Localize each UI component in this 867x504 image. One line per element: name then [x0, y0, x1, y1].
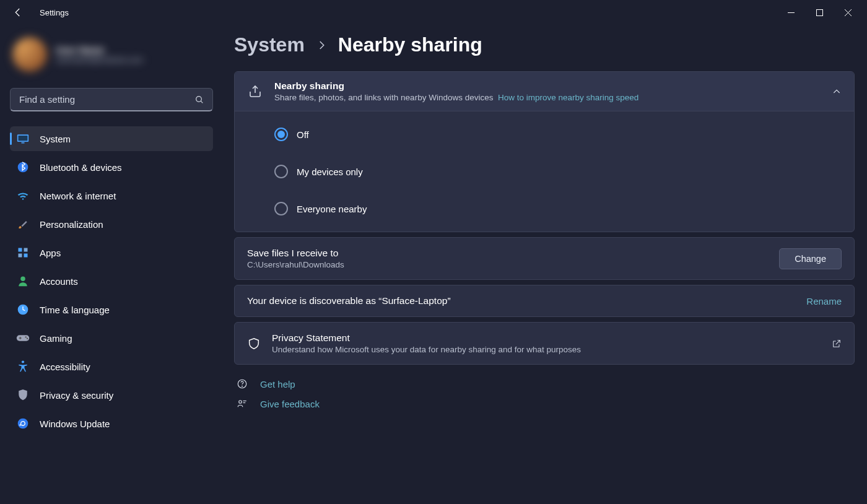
- minimize-button[interactable]: [777, 2, 805, 23]
- sidebar-item-bluetooth-devices[interactable]: Bluetooth & devices: [10, 155, 213, 180]
- rename-link[interactable]: Rename: [806, 296, 842, 306]
- window-title: Settings: [40, 8, 69, 17]
- privacy-subtitle: Understand how Microsoft uses your data …: [272, 345, 821, 354]
- sidebar-item-accessibility[interactable]: Accessibility: [10, 354, 213, 379]
- display-icon: [16, 132, 30, 146]
- save-location-row: Save files I receive to C:\Users\rahul\D…: [234, 237, 855, 280]
- privacy-title: Privacy Statement: [272, 332, 821, 344]
- radio-my-devices-only[interactable]: My devices only: [274, 165, 848, 178]
- sidebar-item-label: System: [40, 134, 71, 144]
- nearby-sharing-subtitle: Share files, photos, and links with near…: [274, 93, 821, 102]
- sidebar-item-time-language[interactable]: Time & language: [10, 297, 213, 322]
- sidebar-item-windows-update[interactable]: Windows Update: [10, 411, 213, 436]
- sidebar: User Name username@outlook.com SystemBlu…: [0, 25, 223, 504]
- window-controls: [777, 2, 862, 23]
- sidebar-item-gaming[interactable]: Gaming: [10, 326, 213, 350]
- svg-point-23: [239, 401, 242, 404]
- save-location-title: Save files I receive to: [247, 248, 768, 259]
- breadcrumb-root[interactable]: System: [234, 33, 305, 56]
- svg-point-19: [22, 360, 24, 363]
- svg-rect-11: [24, 248, 28, 252]
- discoverable-row: Your device is discoverable as “Surface-…: [234, 285, 855, 317]
- improve-speed-link[interactable]: How to improve nearby sharing speed: [498, 93, 638, 102]
- share-icon: [247, 84, 263, 100]
- nearby-sharing-subtitle-text: Share files, photos, and links with near…: [274, 93, 493, 102]
- wifi-icon: [16, 189, 30, 202]
- profile-email: username@outlook.com: [56, 55, 143, 64]
- sidebar-item-privacy-security[interactable]: Privacy & security: [10, 383, 213, 407]
- page-title: Nearby sharing: [338, 33, 482, 56]
- support-links: Get help Give feedback: [234, 378, 855, 409]
- svg-rect-7: [19, 136, 28, 141]
- svg-point-14: [20, 277, 25, 282]
- radio-off[interactable]: Off: [274, 128, 848, 141]
- svg-point-18: [27, 338, 28, 339]
- sidebar-item-label: Bluetooth & devices: [40, 162, 122, 173]
- discoverable-text: Your device is discoverable as “Surface-…: [247, 295, 795, 306]
- sidebar-item-label: Network & internet: [40, 191, 116, 201]
- svg-rect-13: [24, 254, 28, 258]
- accessibility-icon: [16, 360, 30, 373]
- sidebar-item-label: Gaming: [40, 333, 72, 344]
- clock-icon: [16, 303, 30, 316]
- avatar: [12, 37, 47, 72]
- feedback-icon: [235, 398, 249, 409]
- nearby-sharing-title: Nearby sharing: [274, 80, 821, 92]
- radio-everyone-nearby[interactable]: Everyone nearby: [274, 202, 848, 215]
- radio-circle-icon: [274, 202, 288, 215]
- shield-icon: [16, 388, 30, 402]
- shield-icon: [247, 337, 261, 350]
- sidebar-item-label: Windows Update: [40, 419, 110, 429]
- update-icon: [16, 417, 30, 430]
- radio-label: My devices only: [297, 167, 363, 177]
- chevron-right-icon: [316, 40, 327, 51]
- change-button[interactable]: Change: [779, 248, 842, 269]
- radio-label: Off: [297, 129, 309, 140]
- svg-rect-10: [19, 248, 22, 252]
- svg-point-22: [242, 386, 243, 386]
- person-icon: [16, 274, 30, 288]
- sidebar-item-label: Privacy & security: [40, 390, 113, 401]
- give-feedback-label: Give feedback: [260, 399, 320, 409]
- sidebar-item-personalization[interactable]: Personalization: [10, 212, 213, 237]
- sidebar-item-label: Accounts: [40, 276, 78, 287]
- chevron-up-icon: [832, 87, 842, 97]
- search-input[interactable]: [10, 88, 213, 111]
- save-location-path: C:\Users\rahul\Downloads: [247, 260, 768, 269]
- radio-circle-icon: [274, 128, 288, 141]
- content: System Nearby sharing Nearby sharing Sha…: [223, 25, 867, 504]
- back-button[interactable]: [12, 7, 30, 18]
- sidebar-item-apps[interactable]: Apps: [10, 240, 213, 265]
- sidebar-item-label: Time & language: [40, 305, 110, 315]
- sidebar-item-label: Apps: [40, 248, 61, 258]
- profile-section[interactable]: User Name username@outlook.com: [10, 32, 213, 88]
- nav-list: SystemBluetooth & devicesNetwork & inter…: [10, 126, 213, 436]
- svg-rect-8: [22, 142, 25, 144]
- nearby-sharing-card: Nearby sharing Share files, photos, and …: [234, 71, 855, 232]
- sidebar-item-system[interactable]: System: [10, 126, 213, 151]
- nearby-sharing-header[interactable]: Nearby sharing Share files, photos, and …: [235, 72, 854, 111]
- radio-circle-icon: [274, 165, 288, 178]
- sidebar-item-network-internet[interactable]: Network & internet: [10, 183, 213, 208]
- svg-point-17: [25, 336, 27, 337]
- help-icon: [235, 378, 249, 389]
- breadcrumb: System Nearby sharing: [234, 33, 855, 56]
- sidebar-item-label: Personalization: [40, 219, 103, 230]
- privacy-statement-row[interactable]: Privacy Statement Understand how Microso…: [234, 322, 855, 365]
- gamepad-icon: [16, 331, 30, 345]
- profile-name: User Name: [56, 45, 143, 55]
- close-button[interactable]: [834, 2, 862, 23]
- bluetooth-icon: [16, 160, 30, 174]
- get-help-link[interactable]: Get help: [235, 378, 855, 389]
- paintbrush-icon: [16, 217, 30, 231]
- svg-line-5: [201, 101, 203, 103]
- svg-point-4: [196, 97, 202, 102]
- maximize-button[interactable]: [805, 2, 834, 23]
- apps-icon: [16, 246, 30, 259]
- svg-rect-12: [19, 254, 22, 258]
- svg-point-9: [18, 162, 28, 173]
- sidebar-item-accounts[interactable]: Accounts: [10, 269, 213, 293]
- svg-point-20: [18, 419, 28, 429]
- give-feedback-link[interactable]: Give feedback: [235, 398, 855, 409]
- svg-rect-1: [816, 9, 822, 15]
